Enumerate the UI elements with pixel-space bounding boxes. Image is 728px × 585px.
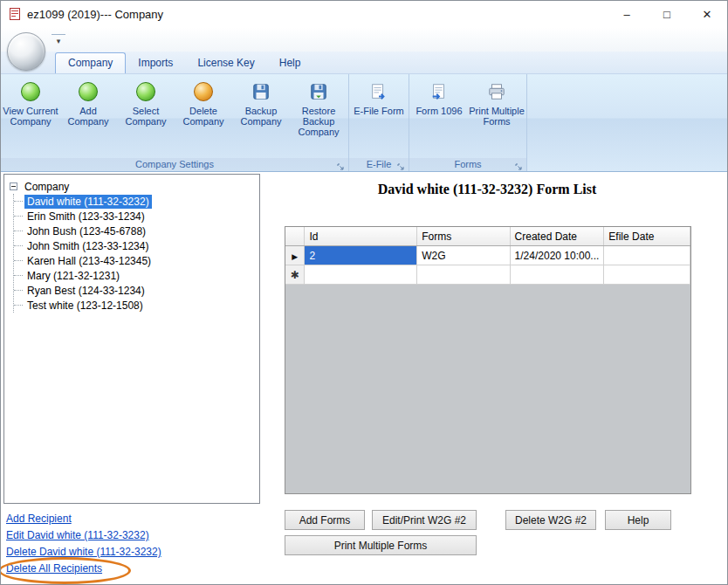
maximize-button[interactable]: □ bbox=[647, 1, 687, 27]
ribbon-button-label: Print Multiple Forms bbox=[468, 106, 525, 127]
application-menu-orb[interactable] bbox=[7, 32, 45, 71]
tree-root-company[interactable]: Company bbox=[8, 179, 256, 194]
delete-w2g-button[interactable]: Delete W2G #2 bbox=[505, 510, 596, 530]
minimize-button[interactable]: – bbox=[607, 1, 647, 27]
company-tree-panel: Company David white (111-32-3232) Erin S… bbox=[3, 174, 260, 504]
tree-item[interactable]: Test white (123-12-1508) bbox=[14, 298, 256, 313]
cell-forms[interactable] bbox=[417, 265, 510, 285]
cell-id[interactable] bbox=[305, 265, 417, 285]
add-forms-button[interactable]: Add Forms bbox=[285, 510, 365, 530]
add-recipient-link[interactable]: Add Recipient bbox=[6, 513, 161, 525]
form-1096-icon bbox=[429, 81, 450, 102]
cell-created-date[interactable]: 1/24/2020 10:00... bbox=[510, 246, 604, 265]
tab-help[interactable]: Help bbox=[267, 53, 313, 73]
view-current-company-button[interactable]: View Current Company bbox=[2, 77, 59, 157]
efile-form-button[interactable]: E-File Form bbox=[350, 77, 408, 157]
tree-item[interactable]: Erin Smith (123-33-1234) bbox=[14, 209, 256, 224]
ribbon-button-label: Delete Company bbox=[175, 106, 232, 127]
app-icon bbox=[8, 7, 22, 21]
tab-license-key[interactable]: License Key bbox=[185, 53, 266, 73]
print-multiple-forms-button[interactable]: Print Multiple Forms bbox=[285, 535, 477, 555]
cell-efile-date[interactable] bbox=[604, 265, 690, 285]
print-multiple-forms-ribbon-button[interactable]: Print Multiple Forms bbox=[468, 77, 525, 157]
ribbon-button-label: Form 1096 bbox=[416, 106, 462, 116]
help-button[interactable]: Help bbox=[605, 510, 671, 530]
tree-collapse-icon[interactable] bbox=[10, 182, 17, 190]
ribbon-button-label: View Current Company bbox=[2, 106, 59, 127]
column-header-forms[interactable]: Forms bbox=[417, 227, 510, 246]
window-title: ez1099 (2019)--- Company bbox=[27, 8, 163, 21]
efile-form-icon bbox=[368, 81, 389, 102]
app-window: ez1099 (2019)--- Company – □ ✕ ▾ Company… bbox=[0, 0, 728, 585]
delete-recipient-link[interactable]: Delete David white (111-32-3232) bbox=[6, 546, 161, 558]
tree-item[interactable]: Ryan Best (124-33-1234) bbox=[14, 283, 256, 298]
recipient-links: Add Recipient Edit David white (111-32-3… bbox=[6, 513, 161, 579]
column-header-efile-date[interactable]: Efile Date bbox=[604, 227, 690, 246]
tree-root-label[interactable]: Company bbox=[22, 180, 72, 194]
tree-item[interactable]: David white (111-32-3232) bbox=[14, 194, 256, 209]
company-select-icon bbox=[135, 81, 156, 102]
cell-efile-date[interactable] bbox=[604, 246, 690, 265]
group-company-settings: View Current Company Add Company Select … bbox=[1, 74, 349, 171]
tree-children: David white (111-32-3232) Erin Smith (12… bbox=[13, 194, 256, 313]
ribbon-button-label: Select Company bbox=[117, 106, 175, 127]
cell-forms[interactable]: W2G bbox=[417, 246, 510, 265]
group-efile: E-File Form E-File bbox=[349, 74, 409, 171]
ribbon-button-label: Add Company bbox=[59, 106, 117, 127]
grid-new-row: ✱ bbox=[285, 265, 690, 285]
restore-backup-company-button[interactable]: Restore Backup Company bbox=[290, 77, 347, 157]
grid-row: ▶ 2 W2G 1/24/2020 10:00... bbox=[285, 246, 690, 265]
close-button[interactable]: ✕ bbox=[687, 1, 727, 27]
edit-print-w2g-button[interactable]: Edit/Print W2G #2 bbox=[372, 510, 477, 530]
ribbon-button-label: Backup Company bbox=[232, 106, 290, 127]
delete-all-recipients-link[interactable]: Delete All Recipients bbox=[6, 562, 161, 575]
new-row-indicator-icon[interactable]: ✱ bbox=[285, 265, 305, 285]
forms-grid: Id Forms Created Date Efile Date ▶ 2 W2G… bbox=[285, 226, 691, 494]
ribbon-button-label: E-File Form bbox=[354, 106, 403, 116]
select-company-button[interactable]: Select Company bbox=[117, 77, 175, 157]
grid-header-row: Id Forms Created Date Efile Date bbox=[285, 227, 690, 246]
dialog-launcher-icon[interactable] bbox=[396, 160, 406, 169]
dialog-launcher-icon[interactable] bbox=[514, 160, 524, 169]
column-header-id[interactable]: Id bbox=[305, 227, 417, 246]
tree-item[interactable]: John Smith (123-33-1234) bbox=[14, 238, 256, 253]
ribbon: View Current Company Add Company Select … bbox=[1, 74, 727, 172]
dialog-launcher-icon[interactable] bbox=[336, 160, 346, 169]
tree-item[interactable]: John Bush (123-45-6788) bbox=[14, 224, 256, 238]
ribbon-tab-strip: Company Imports License Key Help bbox=[1, 52, 727, 74]
company-add-icon bbox=[78, 81, 99, 102]
title-bar: ez1099 (2019)--- Company – □ ✕ bbox=[1, 1, 727, 28]
company-delete-icon bbox=[193, 81, 214, 102]
form-list-title: David white (111-32-3232) Form List bbox=[282, 182, 692, 197]
delete-company-button[interactable]: Delete Company bbox=[175, 77, 232, 157]
ribbon-button-label: Restore Backup Company bbox=[290, 106, 347, 137]
tree-item[interactable]: Mary (121-32-1231) bbox=[14, 268, 256, 283]
tab-company[interactable]: Company bbox=[55, 52, 126, 73]
cell-id[interactable]: 2 bbox=[305, 246, 417, 265]
group-label-forms: Forms bbox=[409, 158, 526, 171]
tab-imports[interactable]: Imports bbox=[126, 53, 185, 73]
group-forms: Form 1096 Print Multiple Forms Forms bbox=[409, 74, 527, 171]
restore-backup-icon bbox=[308, 81, 329, 102]
grid-corner-cell[interactable] bbox=[285, 227, 305, 246]
add-company-button[interactable]: Add Company bbox=[59, 77, 117, 157]
qat-dropdown-icon[interactable]: ▾ bbox=[52, 34, 65, 48]
tree-item[interactable]: Karen Hall (213-43-12345) bbox=[14, 253, 256, 268]
form-1096-button[interactable]: Form 1096 bbox=[410, 77, 468, 157]
quick-access-toolbar bbox=[1, 27, 727, 52]
cell-created-date[interactable] bbox=[510, 265, 604, 285]
window-controls: – □ ✕ bbox=[607, 1, 727, 27]
company-view-icon bbox=[20, 81, 41, 102]
backup-save-icon bbox=[251, 81, 271, 102]
edit-recipient-link[interactable]: Edit David white (111-32-3232) bbox=[6, 529, 161, 541]
group-label-company-settings: Company Settings bbox=[1, 158, 348, 171]
printer-icon bbox=[486, 81, 507, 102]
current-row-indicator-icon[interactable]: ▶ bbox=[285, 246, 305, 265]
column-header-created-date[interactable]: Created Date bbox=[510, 227, 604, 246]
backup-company-button[interactable]: Backup Company bbox=[232, 77, 290, 157]
